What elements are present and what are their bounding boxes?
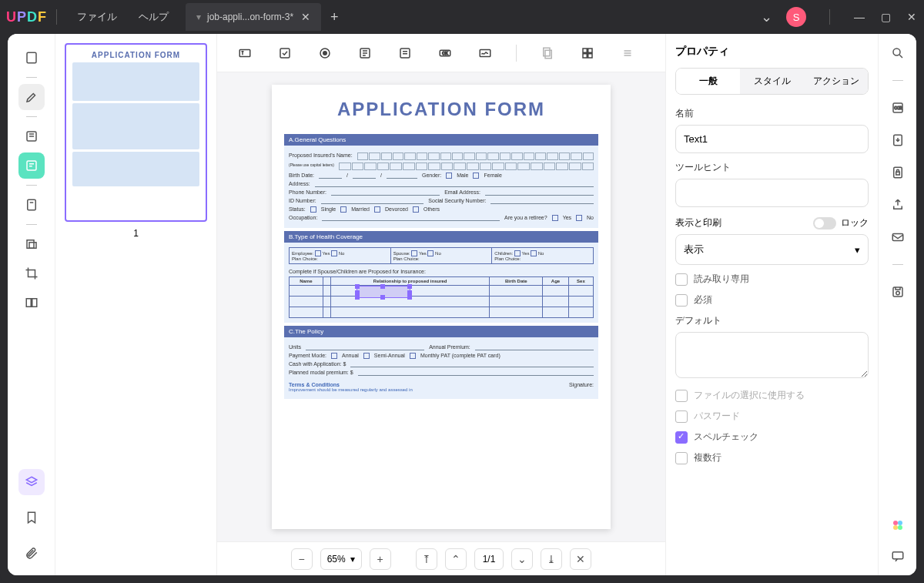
window-minimize-button[interactable]: — — [853, 11, 865, 23]
next-page-button[interactable]: ⌄ — [511, 548, 533, 570]
svg-rect-21 — [583, 53, 587, 57]
ai-icon[interactable] — [889, 517, 906, 534]
first-page-button[interactable]: ⤒ — [416, 548, 437, 570]
tab-close-button[interactable]: ✕ — [301, 11, 310, 23]
tab-action[interactable]: アクション — [804, 69, 868, 94]
section-a-header: A.General Questions — [284, 134, 598, 146]
section-c-header: C.The Policy — [284, 326, 598, 337]
svg-text:OCR: OCR — [894, 106, 902, 110]
protect-icon[interactable] — [889, 164, 906, 181]
selected-form-field[interactable] — [357, 286, 410, 298]
svg-point-11 — [323, 51, 327, 55]
radio-tool-icon[interactable] — [316, 44, 334, 62]
email-icon[interactable] — [889, 229, 906, 246]
display-print-label: 表示と印刷 — [675, 216, 721, 230]
svg-point-35 — [898, 525, 902, 530]
spellcheck-checkbox[interactable]: スペルチェック — [675, 431, 869, 444]
zoom-in-button[interactable]: + — [370, 548, 391, 570]
highlighter-icon[interactable] — [18, 84, 45, 110]
zoom-out-button[interactable]: − — [291, 548, 313, 570]
properties-panel: プロパティ 一般 スタイル アクション 名前 ツールヒント 表示と印刷 ロック … — [665, 34, 878, 575]
display-select[interactable]: 表示▾ — [675, 234, 869, 265]
prev-page-button[interactable]: ⌃ — [445, 548, 467, 570]
document-tab[interactable]: ▾ job-appli...on-form-3* ✕ — [186, 3, 321, 31]
checkbox-tool-icon[interactable] — [276, 44, 294, 62]
attachment-icon[interactable] — [18, 540, 45, 566]
organize-icon[interactable] — [18, 192, 45, 218]
layers-icon[interactable] — [18, 469, 45, 495]
password-checkbox[interactable]: パスワード — [675, 410, 869, 423]
align-tool-icon[interactable] — [578, 44, 597, 62]
document-title: APPLICATION FORM — [272, 85, 611, 131]
form-toolbar: OK — [217, 34, 665, 72]
tab-dropdown-icon[interactable]: ⌄ — [761, 8, 772, 25]
close-toolbar-button[interactable]: ✕ — [570, 548, 591, 570]
right-tool-rail: OCR — [878, 34, 916, 575]
bookmark-icon[interactable] — [18, 504, 45, 531]
use-file-select-checkbox[interactable]: ファイルの選択に使用する — [675, 389, 869, 402]
tab-style[interactable]: スタイル — [740, 69, 804, 94]
properties-title: プロパティ — [675, 45, 869, 59]
svg-rect-22 — [588, 53, 592, 57]
signature-tool-icon[interactable] — [476, 44, 494, 62]
svg-rect-17 — [544, 48, 550, 56]
share-icon[interactable] — [889, 196, 906, 213]
left-tool-rail — [8, 34, 55, 575]
tab-title: job-appli...on-form-3* — [207, 12, 293, 22]
window-close-button[interactable]: ✕ — [906, 11, 918, 23]
last-page-button[interactable]: ⤓ — [541, 548, 562, 570]
multiline-checkbox[interactable]: 複数行 — [675, 451, 869, 464]
page-indicator[interactable]: 1 / 1 — [474, 548, 504, 570]
required-checkbox[interactable]: 必須 — [675, 293, 869, 307]
svg-text:OK: OK — [442, 51, 448, 55]
lock-toggle[interactable] — [813, 217, 836, 230]
tooltip-input[interactable] — [675, 179, 869, 207]
svg-point-31 — [896, 291, 899, 295]
svg-rect-8 — [239, 49, 250, 56]
listbox-tool-icon[interactable] — [396, 44, 414, 62]
default-label: デフォルト — [675, 314, 869, 327]
window-maximize-button[interactable]: ▢ — [879, 11, 892, 23]
svg-rect-4 — [27, 240, 34, 249]
comment-icon[interactable] — [889, 548, 906, 565]
name-label: 名前 — [675, 107, 869, 120]
new-tab-button[interactable]: + — [330, 9, 339, 25]
edit-text-icon[interactable] — [18, 123, 45, 149]
tooltip-label: ツールヒント — [675, 161, 869, 174]
svg-rect-9 — [280, 49, 290, 58]
tab-general[interactable]: 一般 — [676, 69, 740, 94]
ocr-icon[interactable]: OCR — [889, 99, 906, 116]
redact-icon[interactable] — [18, 231, 45, 257]
svg-point-23 — [893, 49, 900, 55]
user-avatar[interactable]: S — [786, 7, 806, 27]
section-b-header: B.Type of Health Coverage — [284, 231, 598, 243]
bottom-bar: − 65%▾ + ⤒ ⌃ 1 / 1 ⌄ ⤓ ✕ — [217, 541, 665, 575]
menu-file[interactable]: ファイル — [66, 10, 128, 24]
copy-tool-icon[interactable] — [538, 44, 557, 62]
form-mode-icon[interactable] — [18, 152, 45, 179]
menu-help[interactable]: ヘルプ — [128, 10, 179, 24]
page-thumbnail-1[interactable]: APPLICATION FORM — [65, 43, 207, 222]
more-tool-icon[interactable] — [618, 44, 637, 62]
name-input[interactable] — [675, 125, 869, 153]
button-tool-icon[interactable]: OK — [436, 44, 454, 62]
thumbnails-icon[interactable] — [18, 45, 45, 71]
zoom-level[interactable]: 65%▾ — [320, 548, 362, 570]
default-textarea[interactable] — [675, 332, 869, 378]
crop-icon[interactable] — [18, 260, 45, 286]
svg-rect-0 — [27, 52, 36, 63]
app-logo: UPDF — [6, 9, 47, 25]
search-icon[interactable] — [889, 45, 906, 62]
svg-rect-3 — [27, 199, 35, 210]
svg-rect-29 — [892, 234, 903, 241]
save-icon[interactable] — [889, 283, 906, 300]
svg-rect-5 — [29, 243, 36, 249]
export-icon[interactable] — [889, 132, 906, 149]
compare-icon[interactable] — [18, 290, 45, 316]
readonly-checkbox[interactable]: 読み取り専用 — [675, 273, 869, 286]
svg-rect-36 — [892, 552, 903, 559]
text-field-tool-icon[interactable] — [236, 44, 254, 62]
svg-point-33 — [898, 521, 902, 525]
pdf-page: APPLICATION FORM A.General Questions Pro… — [272, 85, 611, 529]
dropdown-tool-icon[interactable] — [356, 44, 374, 62]
